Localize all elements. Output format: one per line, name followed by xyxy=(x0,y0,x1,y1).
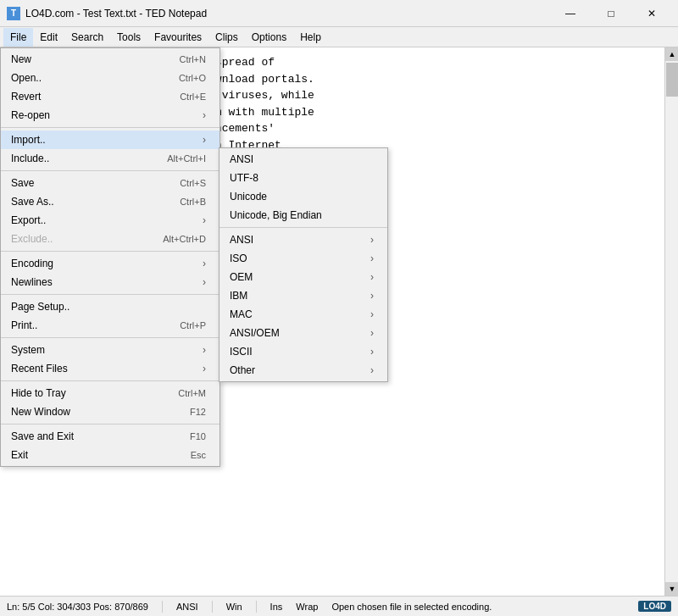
menu-save-as[interactable]: Save As.. Ctrl+B xyxy=(1,192,220,211)
status-sep-3 xyxy=(256,601,257,613)
menu-clips[interactable]: Clips xyxy=(208,28,245,47)
maximize-button[interactable]: □ xyxy=(592,0,631,27)
menu-edit[interactable]: Edit xyxy=(33,28,64,47)
status-position: Ln: 5/5 Col: 304/303 Pos: 870/869 xyxy=(7,602,148,612)
separator-2 xyxy=(1,170,220,171)
menu-import[interactable]: Import.. › xyxy=(1,130,220,149)
status-newline: Win xyxy=(226,602,242,612)
import-utf8[interactable]: UTF-8 xyxy=(220,169,387,187)
import-unicode[interactable]: Unicode xyxy=(220,187,387,206)
menu-save[interactable]: Save Ctrl+S xyxy=(1,174,220,192)
status-message: Open chosen file in selected encoding. xyxy=(331,602,492,612)
minimize-button[interactable]: — xyxy=(551,0,590,27)
menu-hide-to-tray[interactable]: Hide to Tray Ctrl+M xyxy=(1,384,220,402)
app-icon: T xyxy=(7,7,20,20)
menu-system[interactable]: System › xyxy=(1,341,220,359)
main-area: created because of the rampant spread of… xyxy=(0,47,678,596)
file-menu-dropdown: New Ctrl+N Open.. Ctrl+O Revert Ctrl+E R… xyxy=(0,47,220,467)
separator-5 xyxy=(1,337,220,338)
scrollbar-thumb[interactable] xyxy=(666,63,678,97)
status-sep-1 xyxy=(162,601,163,613)
menu-options[interactable]: Options xyxy=(245,28,293,47)
title-bar: T LO4D.com - Test Text.txt - TED Notepad… xyxy=(0,0,678,27)
import-iscii[interactable]: ISCII › xyxy=(220,342,387,361)
close-button[interactable]: ✕ xyxy=(632,0,671,27)
separator-1 xyxy=(1,127,220,128)
menu-new-window[interactable]: New Window F12 xyxy=(1,402,220,421)
menu-file[interactable]: File xyxy=(3,28,33,47)
menu-tools[interactable]: Tools xyxy=(110,28,147,47)
menu-exclude: Exclude.. Alt+Ctrl+D xyxy=(1,230,220,248)
menu-search[interactable]: Search xyxy=(64,28,110,47)
status-insert-mode: Ins xyxy=(270,602,283,612)
import-iso[interactable]: ISO › xyxy=(220,249,387,268)
menu-page-setup[interactable]: Page Setup.. xyxy=(1,297,220,316)
submenu-separator-1 xyxy=(220,227,387,228)
separator-7 xyxy=(1,424,220,425)
menu-exit[interactable]: Exit Esc xyxy=(1,446,220,464)
import-mac[interactable]: MAC › xyxy=(220,305,387,324)
menu-print[interactable]: Print.. Ctrl+P xyxy=(1,316,220,335)
import-oem[interactable]: OEM › xyxy=(220,268,387,286)
window-title: LO4D.com - Test Text.txt - TED Notepad xyxy=(25,8,551,19)
import-ansi-oem[interactable]: ANSI/OEM › xyxy=(220,324,387,342)
menu-new[interactable]: New Ctrl+N xyxy=(1,50,220,69)
status-wrap: Wrap xyxy=(296,602,318,612)
menu-help[interactable]: Help xyxy=(293,28,328,47)
menu-bar: File Edit Search Tools Favourites Clips … xyxy=(0,27,678,47)
scroll-up-button[interactable]: ▲ xyxy=(665,47,678,61)
import-ansi-sub[interactable]: ANSI › xyxy=(220,230,387,249)
lo4d-logo: LO4D xyxy=(638,601,671,612)
status-encoding: ANSI xyxy=(176,602,198,612)
import-ansi[interactable]: ANSI xyxy=(220,150,387,169)
menu-open[interactable]: Open.. Ctrl+O xyxy=(1,69,220,87)
menu-recent-files[interactable]: Recent Files › xyxy=(1,359,220,378)
menu-include[interactable]: Include.. Alt+Ctrl+I xyxy=(1,149,220,168)
separator-4 xyxy=(1,294,220,295)
menu-export[interactable]: Export.. › xyxy=(1,211,220,230)
import-submenu: ANSI UTF-8 Unicode Unicode, Big Endian A… xyxy=(219,147,388,382)
window-controls: — □ ✕ xyxy=(551,0,671,27)
separator-6 xyxy=(1,380,220,381)
import-other[interactable]: Other › xyxy=(220,361,387,380)
menu-encoding[interactable]: Encoding › xyxy=(1,254,220,273)
menu-favourites[interactable]: Favourites xyxy=(147,28,208,47)
menu-revert[interactable]: Revert Ctrl+E xyxy=(1,87,220,106)
menu-save-and-exit[interactable]: Save and Exit F10 xyxy=(1,427,220,446)
status-sep-2 xyxy=(212,601,213,613)
separator-3 xyxy=(1,251,220,252)
import-unicode-big-endian[interactable]: Unicode, Big Endian xyxy=(220,206,387,225)
menu-newlines[interactable]: Newlines › xyxy=(1,273,220,291)
menu-reopen[interactable]: Re-open › xyxy=(1,106,220,125)
vertical-scrollbar[interactable]: ▲ ▼ xyxy=(664,47,678,596)
status-bar: Ln: 5/5 Col: 304/303 Pos: 870/869 ANSI W… xyxy=(0,596,678,616)
scroll-down-button[interactable]: ▼ xyxy=(665,582,678,596)
import-ibm[interactable]: IBM › xyxy=(220,286,387,305)
